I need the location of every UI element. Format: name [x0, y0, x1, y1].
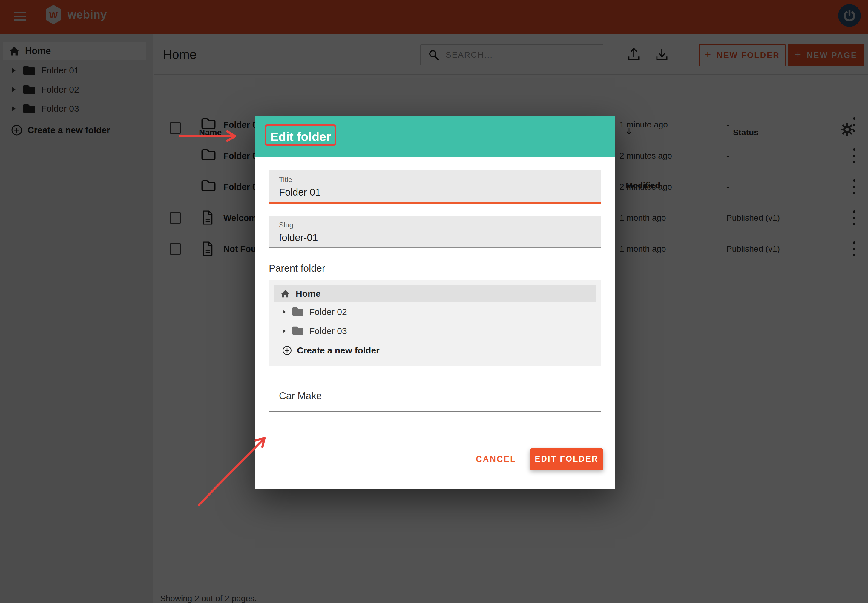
tree-folder-label: Folder 02 [309, 307, 347, 317]
tree-create-folder-button[interactable]: Create a new folder [274, 341, 597, 360]
edit-folder-submit-button[interactable]: EDIT FOLDER [530, 448, 603, 470]
cancel-button[interactable]: CANCEL [476, 455, 516, 464]
dialog-title: Edit folder [270, 130, 331, 144]
tree-item-folder-03[interactable]: Folder 03 [274, 322, 597, 341]
car-make-value: Car Make [279, 390, 322, 402]
slug-field[interactable]: Slug folder-01 [269, 216, 601, 248]
slug-field-value[interactable]: folder-01 [279, 232, 601, 243]
tree-folder-label: Folder 03 [309, 326, 347, 336]
tree-item-home[interactable]: Home [274, 285, 597, 302]
home-icon [280, 289, 290, 299]
folder-icon [291, 325, 304, 337]
chevron-right-icon[interactable] [282, 310, 286, 314]
dialog-header: Edit folder [255, 116, 615, 157]
dialog-body: Title Folder 01 Slug folder-01 Parent fo… [255, 170, 615, 433]
car-make-select[interactable]: Car Make [269, 380, 601, 412]
tree-create-folder-label: Create a new folder [297, 345, 380, 356]
folder-icon [291, 306, 304, 318]
tree-home-label: Home [296, 289, 321, 299]
plus-circle-icon [282, 345, 292, 356]
parent-folder-section-label: Parent folder [269, 263, 601, 274]
title-field[interactable]: Title Folder 01 [269, 170, 601, 204]
edit-folder-dialog: Edit folder Title Folder 01 Slug folder-… [255, 116, 615, 489]
parent-folder-tree: Home Folder 02 Folder 03 [269, 280, 601, 366]
slug-field-label: Slug [279, 221, 601, 229]
tree-item-folder-02[interactable]: Folder 02 [274, 302, 597, 322]
title-field-value[interactable]: Folder 01 [279, 187, 601, 198]
title-field-label: Title [279, 176, 601, 184]
chevron-right-icon[interactable] [282, 329, 286, 333]
dialog-footer: CANCEL EDIT FOLDER [255, 433, 615, 485]
